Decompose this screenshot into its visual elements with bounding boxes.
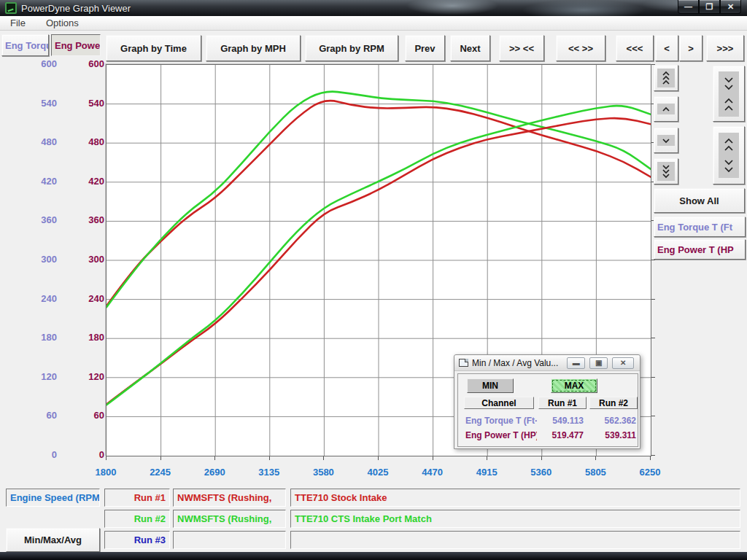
run2-source[interactable]: NWMSFTS (Rushing, xyxy=(173,510,286,528)
power-axis-tick-label: 480 xyxy=(61,136,104,147)
scroll-far-right-button[interactable]: >>> xyxy=(706,35,744,61)
power-axis-tick-label: 180 xyxy=(61,332,104,343)
rpm-axis-tick-label: 1800 xyxy=(82,467,129,478)
row-power-run2-max: 539.311 xyxy=(591,430,636,440)
x-channel-button[interactable]: Engine Speed (RPM) xyxy=(6,489,100,507)
right-axis-tick xyxy=(651,338,655,338)
bottom-axis-tick xyxy=(323,456,324,460)
run1-source[interactable]: NWMSFTS (Rushing, xyxy=(173,489,286,507)
dialog-close-icon[interactable]: ✕ xyxy=(612,357,634,369)
graph-by-rpm-button[interactable]: Graph by RPM xyxy=(305,35,398,61)
triple-chevron-up-icon xyxy=(657,69,675,88)
chevron-down-icon xyxy=(657,135,675,146)
dialog-title-bar[interactable]: Min / Max / Avg Valu... ▬ ▣ ✕ xyxy=(454,355,640,371)
menu-options[interactable]: Options xyxy=(36,16,89,31)
bottom-axis-tick xyxy=(378,456,379,460)
torque-axis-tick-label: 300 xyxy=(13,254,57,265)
show-all-button[interactable]: Show All xyxy=(654,188,745,213)
dialog-form-icon xyxy=(459,359,468,367)
menu-file[interactable]: File xyxy=(0,16,36,31)
rpm-axis-tick-label: 5805 xyxy=(572,467,619,478)
expand-scale-button[interactable] xyxy=(713,126,745,184)
compress-scale-button[interactable] xyxy=(713,66,745,122)
scale-up-button[interactable] xyxy=(654,96,678,122)
scroll-right-button[interactable]: > xyxy=(679,35,703,61)
bottom-axis-tick xyxy=(160,456,161,460)
power-axis-tick-label: 120 xyxy=(61,371,104,382)
torque-channel-button[interactable]: Eng Torque T (Ft xyxy=(1,34,49,56)
row-power-run1-max: 519.477 xyxy=(538,430,584,440)
scale-down-button[interactable] xyxy=(654,128,678,153)
app-window: PowerDyne Graph Viewer — ❐ ✕ File Option… xyxy=(0,0,747,560)
title-bar[interactable]: PowerDyne Graph Viewer — ❐ ✕ xyxy=(0,0,747,16)
torque-axis-tick-label: 180 xyxy=(13,332,57,343)
prev-button[interactable]: Prev xyxy=(405,35,445,61)
run3-comment[interactable] xyxy=(290,531,740,549)
power-channel-button[interactable]: Eng Power T (HP xyxy=(51,34,101,56)
rpm-axis-tick-label: 3135 xyxy=(246,467,293,478)
row-torque-channel: Eng Torque T (Ft- xyxy=(465,416,537,426)
power-axis-tick-label: 60 xyxy=(61,410,104,421)
right-axis-tick xyxy=(651,377,655,378)
dialog-minimize-icon[interactable]: ▬ xyxy=(567,357,585,369)
restore-icon[interactable]: ❐ xyxy=(699,0,720,14)
min-button[interactable]: MIN xyxy=(467,378,514,393)
window-bottom-border xyxy=(0,552,747,560)
run2-comment[interactable]: TTE710 CTS Intake Port Match xyxy=(290,510,740,528)
col-header-run2[interactable]: Run #2 xyxy=(589,397,638,409)
rpm-axis-tick-label: 2690 xyxy=(191,467,238,478)
bottom-axis-tick xyxy=(650,456,651,460)
next-button[interactable]: Next xyxy=(450,35,490,61)
zoom-out-button[interactable]: << >> xyxy=(556,35,605,61)
run1-label: Run #1 xyxy=(104,489,170,507)
col-header-run1[interactable]: Run #1 xyxy=(538,397,587,409)
torque-axis-tick-label: 420 xyxy=(13,176,57,187)
triple-chevron-down-icon xyxy=(657,162,675,181)
row-torque-run1-max: 549.113 xyxy=(538,416,584,426)
bottom-axis-tick xyxy=(433,456,433,460)
right-axis-tick xyxy=(651,455,655,456)
col-header-channel[interactable]: Channel xyxy=(464,397,534,409)
dialog-restore-icon[interactable]: ▣ xyxy=(589,357,608,369)
minimize-icon[interactable]: — xyxy=(678,0,699,14)
rpm-axis-tick-label: 4470 xyxy=(409,467,456,478)
scale-up-fast-button[interactable] xyxy=(654,65,678,91)
chevron-up-icon xyxy=(657,104,675,114)
minmaxavg-button[interactable]: Min/Max/Avg xyxy=(6,528,100,552)
minmax-dialog[interactable]: Min / Max / Avg Valu... ▬ ▣ ✕ MIN MAX Ch… xyxy=(454,354,640,449)
scroll-left-button[interactable]: < xyxy=(655,35,678,61)
power-axis-tick-label: 240 xyxy=(61,293,104,304)
legend-power-channel-button[interactable]: Eng Power T (HP xyxy=(654,239,746,260)
dialog-body: MIN MAX Channel Run #1 Run #2 Eng Torque… xyxy=(457,373,638,447)
power-axis-tick-label: 600 xyxy=(61,58,104,69)
graph-by-time-button[interactable]: Graph by Time xyxy=(106,35,201,61)
zoom-in-button[interactable]: >> << xyxy=(499,35,544,61)
run3-label: Run #3 xyxy=(104,531,170,549)
torque-axis-tick-label: 120 xyxy=(13,371,57,382)
close-icon[interactable]: ✕ xyxy=(720,0,741,14)
torque-axis-tick-label: 60 xyxy=(13,410,57,421)
graph-by-mph-button[interactable]: Graph by MPH xyxy=(206,35,301,61)
scroll-far-left-button[interactable]: <<< xyxy=(616,35,654,61)
power-axis-tick-label: 540 xyxy=(61,98,104,109)
dialog-title: Min / Max / Avg Valu... xyxy=(472,358,558,368)
torque-axis-tick-label: 540 xyxy=(13,98,57,109)
chevrons-diverge-icon xyxy=(719,133,739,178)
run1-comment[interactable]: TTE710 Stock Intake xyxy=(290,489,740,507)
menu-bar: File Options xyxy=(0,16,747,31)
torque-axis-tick-label: 360 xyxy=(13,214,57,225)
power-axis-tick-label: 360 xyxy=(61,214,104,225)
rpm-axis-tick-label: 4025 xyxy=(355,467,401,478)
scale-down-fast-button[interactable] xyxy=(654,158,678,184)
bottom-axis-tick xyxy=(269,456,270,460)
row-power-channel: Eng Power T (HP) xyxy=(465,430,537,440)
run3-source[interactable] xyxy=(173,531,286,549)
legend-torque-channel-button[interactable]: Eng Torque T (Ft xyxy=(654,217,746,237)
right-axis-tick xyxy=(651,416,655,416)
power-axis-tick-label: 300 xyxy=(61,254,104,265)
max-button[interactable]: MAX xyxy=(551,378,597,393)
bottom-axis-tick xyxy=(541,456,542,460)
run2-label: Run #2 xyxy=(104,510,170,528)
rpm-axis-tick-label: 4915 xyxy=(463,467,510,478)
rpm-axis-tick-label: 3580 xyxy=(300,467,347,478)
